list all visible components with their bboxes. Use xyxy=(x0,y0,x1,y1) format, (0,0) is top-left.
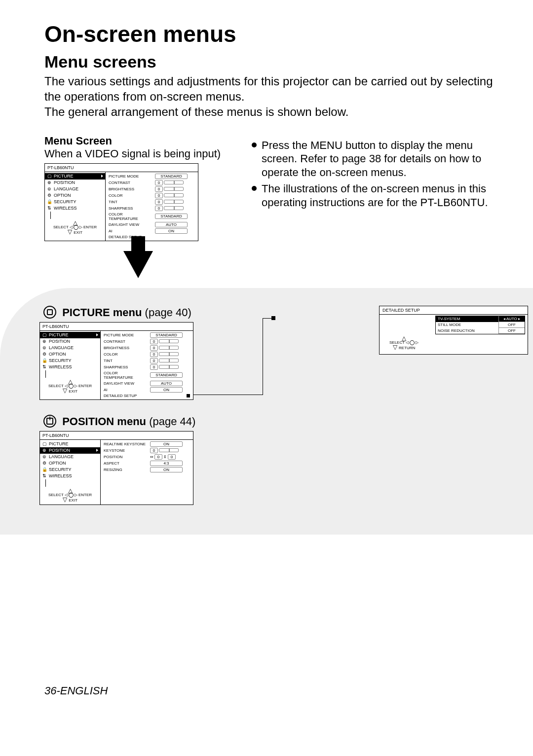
setting-row: DETAILED SETUP xyxy=(102,393,192,398)
setting-label: TINT xyxy=(104,359,148,363)
osd-model: PT-LB60NTU xyxy=(40,432,193,439)
setting-label: COLOR xyxy=(104,352,148,357)
nav-divider xyxy=(50,212,105,219)
osd-content-position: REALTIME KEYSTONEONKEYSTONE0POSITION⇔0⇕0… xyxy=(101,440,193,504)
position-menu-title: POSITION menu (page 44) xyxy=(43,415,528,428)
setting-value: AUTO xyxy=(150,381,183,386)
setting-row: KEYSTONE0 xyxy=(102,447,192,454)
setting-row: PICTURE MODESTANDARD xyxy=(107,173,197,180)
setting-row: DETAILED SETUP xyxy=(107,234,197,240)
detailed-setup-box: DETAILED SETUP TV-SYSTEM◂ AUTO ▸STILL MO… xyxy=(379,306,528,355)
osd-model: PT-LB60NTU xyxy=(40,323,193,330)
setting-label: POSITION xyxy=(104,455,148,459)
setting-label: DAYLIGHT VIEW xyxy=(109,222,153,227)
nav-language: ⊜LANGUAGE xyxy=(45,186,105,192)
setting-label: CONTRAST xyxy=(104,339,148,344)
setting-row: PICTURE MODESTANDARD xyxy=(102,332,192,338)
osd-diagram-position: PT-LB60NTU ▢PICTURE ⊕POSITION ⊜LANGUAGE … xyxy=(39,431,193,505)
setting-row: SHARPNESS0 xyxy=(107,205,197,212)
slider: 0 xyxy=(150,339,179,344)
picture-icon: ▢ xyxy=(47,174,52,179)
setting-label: TINT xyxy=(109,200,153,204)
menu-screen-note: When a VIDEO signal is being input) xyxy=(44,147,232,160)
setting-row: CONTRAST0 xyxy=(102,338,192,345)
setting-row: RESIZINGON xyxy=(102,467,192,473)
setting-row: AION xyxy=(102,387,192,393)
setting-row: COLOR0 xyxy=(107,192,197,199)
setting-label: RESIZING xyxy=(104,468,148,472)
setting-label: AI xyxy=(109,229,153,233)
slider: 0 xyxy=(155,180,184,185)
select-block: △ SELECT ◁▷ ENTER ▽ EXIT xyxy=(45,219,105,236)
picture-circle-icon xyxy=(43,306,56,319)
language-icon: ⊜ xyxy=(47,186,52,191)
nav-picture: ▢PICTURE xyxy=(45,173,105,180)
exit-label: EXIT xyxy=(74,230,82,235)
slider: 0 xyxy=(150,352,179,357)
setting-value: STANDARD xyxy=(155,214,188,219)
setting-label: PICTURE MODE xyxy=(104,333,148,337)
nav-wireless: ⇅WIRELESS xyxy=(40,473,100,479)
setting-row: AION xyxy=(107,228,197,234)
setting-row: REALTIME KEYSTONEON xyxy=(102,441,192,447)
detailed-row: TV-SYSTEM◂ AUTO ▸ xyxy=(436,316,525,322)
setting-row: COLOR TEMPERATURESTANDARD xyxy=(102,370,192,380)
setting-label: ASPECT xyxy=(104,461,148,466)
slider: 0 xyxy=(150,448,179,453)
right-arrow-icon: ▷ xyxy=(79,225,82,229)
osd-nav: ▢PICTURE ⊕POSITION ⊜LANGUAGE ⚙OPTION 🔒SE… xyxy=(40,440,101,504)
nav-language: ⊜LANGUAGE xyxy=(40,345,100,351)
setting-label: AI xyxy=(104,388,148,392)
security-icon: 🔒 xyxy=(47,199,52,204)
setting-label: COLOR TEMPERATURE xyxy=(104,371,148,380)
link-dot-icon xyxy=(187,394,190,397)
setting-value: ON xyxy=(155,228,188,234)
osd-nav: ▢PICTURE ⊕POSITION ⊜LANGUAGE ⚙OPTION 🔒SE… xyxy=(40,331,101,399)
setting-value: ON xyxy=(150,387,183,393)
setting-label: COLOR xyxy=(109,193,153,198)
setting-row: COLOR TEMPERATURESTANDARD xyxy=(107,212,197,221)
osd-diagram-picture: PT-LB60NTU ▢PICTURE ⊕POSITION ⊜LANGUAGE … xyxy=(39,322,193,400)
slider: 0 xyxy=(155,193,184,198)
nav-position: ⊕POSITION xyxy=(40,338,100,345)
slider: 0 xyxy=(155,186,184,192)
slider: 0 xyxy=(150,364,179,370)
setting-label: SHARPNESS xyxy=(109,206,153,211)
nav-language: ⊜LANGUAGE xyxy=(40,454,100,460)
nav-picture: ▢PICTURE xyxy=(40,332,100,338)
setting-row: DAYLIGHT VIEWAUTO xyxy=(107,221,197,228)
down-arrow-icon xyxy=(123,251,153,278)
nav-security: 🔒SECURITY xyxy=(40,358,100,364)
setting-label: KEYSTONE xyxy=(104,448,148,453)
osd-model: PT-LB60NTU xyxy=(45,164,198,172)
nav-position: ⊕POSITION xyxy=(45,180,105,186)
slider: 0 xyxy=(155,206,184,211)
page-title: On-screen menus xyxy=(44,21,494,47)
osd-nav: ▢PICTURE ⊕POSITION ⊜LANGUAGE ⚙OPTION 🔒SE… xyxy=(45,172,106,241)
setting-row: ASPECT4:3 xyxy=(102,460,192,467)
setting-value: STANDARD xyxy=(155,174,188,179)
position-icon: ⊕ xyxy=(47,180,52,185)
osd-content-picture-2: PICTURE MODESTANDARDCONTRAST0BRIGHTNESS0… xyxy=(101,331,193,399)
select-label: SELECT xyxy=(53,225,69,229)
slider: 0 xyxy=(150,345,179,351)
setting-label: REALTIME KEYSTONE xyxy=(104,442,148,446)
nav-position: ⊕POSITION xyxy=(40,447,100,454)
setting-label: DETAILED SETUP xyxy=(104,394,148,398)
setting-label: DETAILED SETUP xyxy=(109,235,153,239)
position-circle-icon xyxy=(43,415,56,428)
setting-row: TINT0 xyxy=(102,358,192,364)
nav-security: 🔒SECURITY xyxy=(45,199,105,205)
setting-value: STANDARD xyxy=(150,372,183,378)
menu-screen-heading: Menu Screen xyxy=(44,135,232,147)
setting-label: CONTRAST xyxy=(109,180,153,185)
nav-security: 🔒SECURITY xyxy=(40,467,100,473)
nav-option: ⚙OPTION xyxy=(45,192,105,199)
setting-value: 4:3 xyxy=(150,461,183,466)
setting-row: POSITION⇔0⇕0 xyxy=(102,454,192,460)
setting-row: BRIGHTNESS0 xyxy=(102,345,192,351)
nav-option: ⚙OPTION xyxy=(40,460,100,467)
setting-label: SHARPNESS xyxy=(104,365,148,369)
setting-label: BRIGHTNESS xyxy=(104,346,148,350)
intro-line-2: The general arrangement of these menus i… xyxy=(44,105,348,118)
